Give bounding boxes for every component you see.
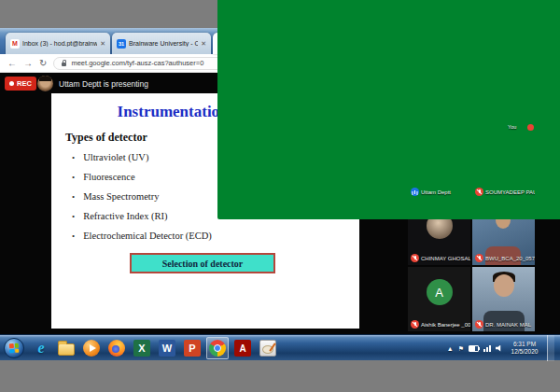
page-url: meet.google.com/tyf-ausz-cas?authuser=0	[71, 59, 203, 67]
bullet-item: Ultraviolet (UV)	[72, 147, 212, 167]
participant-name: DR. MAINAK MAL	[485, 322, 531, 328]
acrobat-icon: A	[234, 340, 251, 357]
chrome-icon	[209, 340, 226, 357]
rec-indicator: REC	[5, 77, 36, 91]
calendar-icon: 31	[117, 39, 126, 49]
participant-name: SOUMYADEEP PAU...	[485, 189, 535, 195]
taskbar-icon-chrome[interactable]	[206, 337, 229, 359]
taskbar-icon-word[interactable]: W	[156, 337, 178, 359]
taskbar-icon-media-player[interactable]	[80, 337, 103, 359]
mic-muted-icon	[475, 188, 483, 196]
tab-meet-active[interactable]: Meet - Workshop on "Fund... ✕	[213, 33, 317, 54]
paint-icon	[259, 340, 276, 357]
audio-active-icon	[411, 188, 419, 196]
participant-name: CHINMAY GHOSAL	[421, 256, 470, 261]
forward-button[interactable]: →	[23, 59, 33, 68]
windows-taskbar: e X W P A ▲ ⚑ 6:31 PM 12/5/2020	[0, 334, 560, 360]
folder-icon	[58, 343, 75, 356]
battery-icon[interactable]	[469, 345, 479, 352]
bullet-item: Electrochemical Detector (ECD)	[72, 226, 212, 245]
slide-heading: Types of detector	[65, 131, 147, 145]
tray-expand-icon[interactable]: ▲	[447, 345, 454, 352]
taskbar-icon-excel[interactable]: X	[131, 337, 153, 359]
video-tile-mainak[interactable]: DR. MAINAK MAL	[472, 267, 535, 331]
windows-flag-icon	[9, 343, 20, 354]
screen-capture: M Inbox (3) - hod.pt@brainwareun ✕ 31 Br…	[0, 0, 560, 392]
close-tab-icon[interactable]: ✕	[201, 40, 206, 48]
clock-time: 6:31 PM	[507, 341, 542, 348]
word-icon: W	[159, 340, 175, 357]
meet-icon	[217, 0, 560, 219]
tab-inbox[interactable]: M Inbox (3) - hod.pt@brainwareun ✕	[6, 33, 110, 54]
volume-icon[interactable]	[496, 345, 502, 352]
start-button[interactable]	[4, 338, 24, 358]
tab-bar: M Inbox (3) - hod.pt@brainwareun ✕ 31 Br…	[0, 28, 560, 54]
bullet-list: Ultraviolet (UV) Fluorescence Mass Spect…	[72, 147, 212, 245]
participant-name: BWU_BCA_20_057...	[485, 256, 535, 261]
taskbar-clock[interactable]: 6:31 PM 12/5/2020	[507, 341, 542, 356]
taskbar-icon-firefox[interactable]	[105, 337, 128, 359]
mic-muted-icon	[411, 320, 419, 329]
clock-date: 12/5/2020	[507, 348, 542, 356]
presenting-status: Uttam Deptt is presenting	[59, 79, 148, 89]
presenter-avatar	[37, 76, 53, 91]
mic-muted-icon	[527, 124, 534, 131]
taskbar-icon-file-explorer[interactable]	[55, 337, 77, 359]
video-tile-aishik[interactable]: A Aishik Banerjee _005	[408, 267, 470, 331]
close-tab-icon[interactable]: ✕	[100, 40, 105, 48]
show-desktop-button[interactable]	[547, 335, 554, 361]
mic-muted-icon	[411, 254, 419, 262]
browser-window: M Inbox (3) - hod.pt@brainwareun ✕ 31 Br…	[0, 28, 560, 334]
selection-callout: Selection of detector	[130, 253, 275, 273]
tab-title: Inbox (3) - hod.pt@brainwareun	[22, 40, 97, 47]
participant-name: You	[508, 124, 516, 130]
participant-name: Aishik Banerjee _005	[421, 322, 470, 328]
media-player-icon	[83, 340, 100, 357]
gmail-icon: M	[10, 39, 20, 49]
back-button[interactable]: ←	[7, 59, 17, 68]
firefox-icon	[108, 340, 125, 357]
rec-label: REC	[17, 79, 32, 88]
system-tray: ▲ ⚑ 6:31 PM 12/5/2020	[447, 335, 554, 361]
mic-muted-icon	[475, 320, 483, 329]
action-center-flag-icon[interactable]: ⚑	[458, 345, 464, 352]
taskbar-icon-acrobat[interactable]: A	[231, 337, 254, 359]
rec-dot-icon	[9, 81, 14, 86]
tab-calendar[interactable]: 31 Brainware University - Calendar ✕	[112, 33, 211, 54]
bullet-item: Fluorescence	[72, 167, 212, 187]
tab-title: Brainware University - Calendar	[129, 40, 198, 47]
avatar-letter: A	[427, 279, 453, 305]
powerpoint-icon: P	[184, 340, 201, 357]
ie-icon: e	[37, 340, 44, 357]
reload-button[interactable]: ↻	[39, 59, 47, 68]
mic-muted-icon	[475, 254, 483, 262]
bullet-item: Refractive Index (RI)	[72, 206, 212, 226]
taskbar-icon-paint[interactable]	[257, 337, 279, 359]
participant-name: Uttam Deptt	[421, 189, 451, 195]
taskbar-icon-powerpoint[interactable]: P	[181, 337, 203, 359]
network-icon[interactable]	[483, 345, 491, 352]
taskbar-icon-internet-explorer[interactable]: e	[30, 337, 52, 359]
excel-icon: X	[133, 340, 150, 357]
bullet-item: Mass Spectrometry	[72, 187, 212, 206]
lock-icon	[62, 63, 66, 66]
